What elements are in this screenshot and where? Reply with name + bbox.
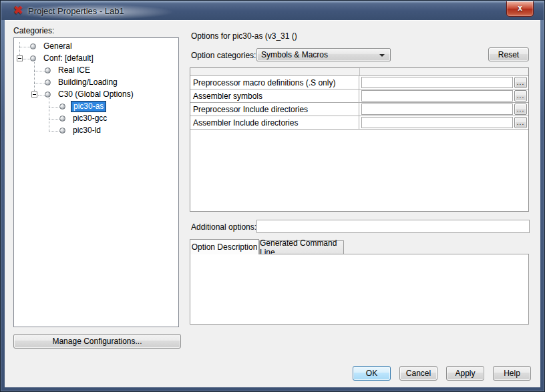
dialog-client-area: Categories: General Conf: [default] Real… — [5, 20, 540, 387]
tree-item-pic30-ld[interactable]: pic30-ld — [14, 125, 178, 137]
categories-label: Categories: — [13, 26, 54, 35]
tree-item-label: pic30-ld — [71, 126, 103, 136]
project-properties-dialog: ✖ Project Properties - Lab1 x Categories… — [0, 0, 545, 392]
browse-button[interactable]: ... — [514, 90, 527, 102]
apply-button[interactable]: Apply — [446, 366, 484, 381]
dropdown-selected-value: Symbols & Macros — [261, 50, 328, 59]
cancel-button[interactable]: Cancel — [399, 366, 437, 381]
collapse-expander-icon[interactable] — [31, 91, 37, 97]
column-divider — [359, 68, 360, 75]
browse-button[interactable]: ... — [514, 117, 527, 128]
category-node-icon — [45, 67, 51, 73]
option-categories-label: Option categories: — [191, 51, 256, 60]
manage-configurations-button[interactable]: Manage Configurations... — [13, 334, 181, 349]
tree-item-label: Building/Loading — [56, 77, 120, 87]
help-button[interactable]: Help — [493, 366, 531, 381]
tree-item-label: Real ICE — [56, 65, 92, 75]
tree-item-pic30-as[interactable]: pic30-as — [14, 101, 178, 113]
table-row: Assembler Include directories ... — [190, 116, 528, 130]
option-row-label: Assembler symbols — [190, 89, 359, 102]
tree-connector — [34, 71, 45, 71]
tree-item-label-selected: pic30-as — [71, 101, 106, 112]
tree-item-real-ice[interactable]: Real ICE — [14, 65, 178, 77]
tree-connector — [23, 59, 30, 59]
options-table-header — [190, 68, 528, 76]
category-node-icon — [59, 116, 65, 122]
browse-button[interactable]: ... — [514, 77, 527, 88]
option-row-label: Preprocessor macro definitions (.S only) — [190, 76, 359, 89]
mplab-app-icon: ✖ — [12, 5, 24, 17]
tree-connector — [49, 119, 59, 120]
category-node-icon — [59, 128, 65, 134]
additional-options-label: Additional options: — [191, 222, 256, 232]
tree-item-pic30-gcc[interactable]: pic30-gcc — [14, 113, 178, 125]
category-node-icon — [45, 79, 51, 85]
tree-connector — [49, 131, 59, 132]
tree-connector — [38, 95, 45, 95]
option-row-label: Assembler Include directories — [190, 116, 359, 129]
tree-connector — [49, 107, 59, 108]
reset-button[interactable]: Reset — [488, 47, 529, 61]
tree-item-building-loading[interactable]: Building/Loading — [14, 77, 178, 89]
options-panel-title: Options for pic30-as (v3_31 () — [191, 31, 297, 41]
ok-button[interactable]: OK — [353, 366, 391, 381]
table-row: Preprocessor macro definitions (.S only)… — [190, 76, 528, 89]
tree-connector — [34, 83, 45, 83]
option-categories-dropdown[interactable]: Symbols & Macros — [256, 48, 391, 61]
option-value-input[interactable] — [361, 117, 513, 128]
tree-item-label: C30 (Global Options) — [56, 89, 136, 100]
table-row: Assembler symbols ... — [190, 89, 528, 103]
tree-item-general[interactable]: General — [14, 41, 178, 53]
option-description-panel — [190, 254, 529, 325]
close-button[interactable]: x — [506, 1, 534, 17]
titlebar[interactable]: ✖ Project Properties - Lab1 x — [1, 1, 544, 20]
category-node-icon — [45, 91, 51, 97]
tree-item-label: pic30-gcc — [71, 114, 109, 124]
table-row: Preprocessor Include directories ... — [190, 103, 528, 116]
collapse-expander-icon[interactable] — [17, 55, 23, 61]
category-node-icon — [30, 55, 36, 61]
window-title: Project Properties - Lab1 — [28, 6, 124, 16]
tree-item-label: General — [41, 41, 74, 51]
browse-button[interactable]: ... — [514, 104, 527, 115]
option-row-label: Preprocessor Include directories — [190, 103, 359, 116]
categories-tree[interactable]: General Conf: [default] Real ICE Buildin… — [13, 37, 179, 327]
category-node-icon — [59, 104, 65, 110]
tree-item-c30-global-options[interactable]: C30 (Global Options) — [14, 89, 178, 101]
option-value-input[interactable] — [361, 77, 513, 88]
tab-option-description[interactable]: Option Description — [190, 239, 259, 254]
option-value-input[interactable] — [361, 104, 513, 115]
category-node-icon — [30, 43, 36, 49]
additional-options-input[interactable] — [256, 220, 530, 233]
chevron-down-icon — [379, 54, 385, 57]
tab-generated-command-line[interactable]: Generated Command Line — [259, 240, 344, 254]
options-table: Preprocessor macro definitions (.S only)… — [190, 67, 529, 212]
tree-item-label: Conf: [default] — [41, 53, 96, 63]
tree-connector — [19, 47, 30, 47]
option-value-input[interactable] — [361, 90, 513, 102]
tree-item-conf-default[interactable]: Conf: [default] — [14, 53, 178, 65]
